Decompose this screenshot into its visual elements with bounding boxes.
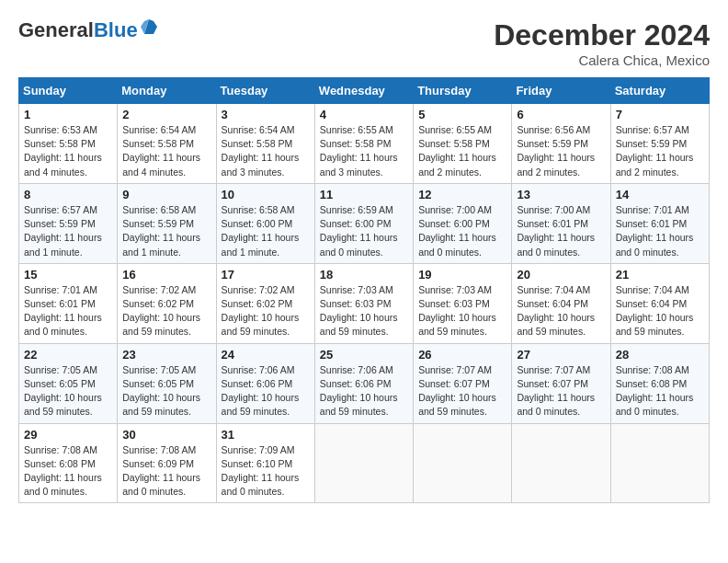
page-header: GeneralBlue December 2024 Calera Chica, … bbox=[18, 18, 710, 68]
location: Calera Chica, Mexico bbox=[494, 52, 710, 68]
calendar-header-row: SundayMondayTuesdayWednesdayThursdayFrid… bbox=[19, 78, 710, 104]
day-number: 2 bbox=[122, 108, 210, 121]
day-number: 30 bbox=[122, 428, 210, 442]
day-info: Sunrise: 7:00 AM Sunset: 6:01 PM Dayligh… bbox=[517, 203, 605, 259]
calendar-day-cell: 27Sunrise: 7:07 AM Sunset: 6:07 PM Dayli… bbox=[512, 343, 610, 423]
calendar-day-cell: 26Sunrise: 7:07 AM Sunset: 6:07 PM Dayli… bbox=[414, 343, 512, 423]
day-info: Sunrise: 7:02 AM Sunset: 6:02 PM Dayligh… bbox=[222, 283, 310, 339]
day-number: 16 bbox=[122, 268, 210, 282]
weekday-header: Monday bbox=[118, 78, 216, 104]
day-number: 13 bbox=[517, 188, 605, 201]
calendar-week-row: 29Sunrise: 7:08 AM Sunset: 6:08 PM Dayli… bbox=[19, 423, 710, 503]
calendar-day-cell: 19Sunrise: 7:03 AM Sunset: 6:03 PM Dayli… bbox=[414, 263, 512, 343]
day-number: 6 bbox=[517, 108, 605, 121]
day-number: 1 bbox=[24, 108, 112, 121]
calendar-day-cell bbox=[610, 423, 709, 503]
calendar-day-cell: 20Sunrise: 7:04 AM Sunset: 6:04 PM Dayli… bbox=[512, 263, 610, 343]
day-info: Sunrise: 6:56 AM Sunset: 5:59 PM Dayligh… bbox=[517, 123, 605, 179]
weekday-header: Wednesday bbox=[314, 78, 413, 104]
calendar-day-cell: 9Sunrise: 6:58 AM Sunset: 5:59 PM Daylig… bbox=[118, 183, 216, 263]
weekday-header: Thursday bbox=[414, 78, 512, 104]
day-info: Sunrise: 7:00 AM Sunset: 6:00 PM Dayligh… bbox=[418, 203, 506, 259]
calendar-day-cell: 5Sunrise: 6:55 AM Sunset: 5:58 PM Daylig… bbox=[414, 104, 512, 184]
day-number: 10 bbox=[222, 188, 310, 201]
calendar-week-row: 22Sunrise: 7:05 AM Sunset: 6:05 PM Dayli… bbox=[19, 343, 710, 423]
calendar-day-cell: 25Sunrise: 7:06 AM Sunset: 6:06 PM Dayli… bbox=[314, 343, 413, 423]
weekday-header: Tuesday bbox=[216, 78, 314, 104]
day-info: Sunrise: 6:58 AM Sunset: 6:00 PM Dayligh… bbox=[222, 203, 310, 259]
day-number: 29 bbox=[24, 428, 112, 442]
logo-icon bbox=[141, 19, 157, 36]
day-number: 28 bbox=[616, 348, 704, 362]
day-number: 12 bbox=[418, 188, 506, 201]
day-number: 20 bbox=[517, 268, 605, 282]
day-number: 18 bbox=[320, 268, 408, 282]
day-info: Sunrise: 7:07 AM Sunset: 6:07 PM Dayligh… bbox=[517, 363, 605, 419]
calendar-day-cell: 4Sunrise: 6:55 AM Sunset: 5:58 PM Daylig… bbox=[314, 104, 413, 184]
day-info: Sunrise: 7:06 AM Sunset: 6:06 PM Dayligh… bbox=[320, 363, 408, 419]
calendar-day-cell: 7Sunrise: 6:57 AM Sunset: 5:59 PM Daylig… bbox=[610, 104, 709, 184]
day-number: 21 bbox=[616, 268, 704, 282]
calendar-week-row: 8Sunrise: 6:57 AM Sunset: 5:59 PM Daylig… bbox=[19, 183, 710, 263]
calendar-day-cell: 23Sunrise: 7:05 AM Sunset: 6:05 PM Dayli… bbox=[118, 343, 216, 423]
calendar-day-cell: 22Sunrise: 7:05 AM Sunset: 6:05 PM Dayli… bbox=[19, 343, 118, 423]
calendar-week-row: 15Sunrise: 7:01 AM Sunset: 6:01 PM Dayli… bbox=[19, 263, 710, 343]
calendar-day-cell: 17Sunrise: 7:02 AM Sunset: 6:02 PM Dayli… bbox=[216, 263, 314, 343]
calendar-day-cell bbox=[512, 423, 610, 503]
calendar-day-cell: 14Sunrise: 7:01 AM Sunset: 6:01 PM Dayli… bbox=[610, 183, 709, 263]
weekday-header: Friday bbox=[512, 78, 610, 104]
day-number: 8 bbox=[24, 188, 112, 201]
day-info: Sunrise: 6:53 AM Sunset: 5:58 PM Dayligh… bbox=[24, 123, 112, 179]
weekday-header: Sunday bbox=[19, 78, 118, 104]
calendar-table: SundayMondayTuesdayWednesdayThursdayFrid… bbox=[18, 77, 710, 503]
calendar-week-row: 1Sunrise: 6:53 AM Sunset: 5:58 PM Daylig… bbox=[19, 104, 710, 184]
day-info: Sunrise: 6:54 AM Sunset: 5:58 PM Dayligh… bbox=[122, 123, 210, 179]
calendar-day-cell: 12Sunrise: 7:00 AM Sunset: 6:00 PM Dayli… bbox=[414, 183, 512, 263]
calendar-day-cell: 28Sunrise: 7:08 AM Sunset: 6:08 PM Dayli… bbox=[610, 343, 709, 423]
day-number: 4 bbox=[320, 108, 408, 121]
calendar-day-cell: 8Sunrise: 6:57 AM Sunset: 5:59 PM Daylig… bbox=[19, 183, 118, 263]
day-number: 7 bbox=[616, 108, 704, 121]
day-info: Sunrise: 7:01 AM Sunset: 6:01 PM Dayligh… bbox=[24, 283, 112, 339]
day-number: 22 bbox=[24, 348, 112, 362]
day-number: 26 bbox=[418, 348, 506, 362]
day-info: Sunrise: 6:57 AM Sunset: 5:59 PM Dayligh… bbox=[24, 203, 112, 259]
day-info: Sunrise: 7:08 AM Sunset: 6:08 PM Dayligh… bbox=[24, 443, 112, 500]
day-number: 9 bbox=[122, 188, 210, 201]
day-number: 11 bbox=[320, 188, 408, 201]
calendar-day-cell: 30Sunrise: 7:08 AM Sunset: 6:09 PM Dayli… bbox=[118, 423, 216, 503]
calendar-day-cell: 6Sunrise: 6:56 AM Sunset: 5:59 PM Daylig… bbox=[512, 104, 610, 184]
day-number: 5 bbox=[418, 108, 506, 121]
calendar-day-cell: 18Sunrise: 7:03 AM Sunset: 6:03 PM Dayli… bbox=[314, 263, 413, 343]
weekday-header: Saturday bbox=[610, 78, 709, 104]
calendar-day-cell: 16Sunrise: 7:02 AM Sunset: 6:02 PM Dayli… bbox=[118, 263, 216, 343]
day-info: Sunrise: 7:04 AM Sunset: 6:04 PM Dayligh… bbox=[517, 283, 605, 339]
day-number: 14 bbox=[616, 188, 704, 201]
logo: GeneralBlue bbox=[18, 18, 157, 42]
day-number: 23 bbox=[122, 348, 210, 362]
day-number: 25 bbox=[320, 348, 408, 362]
calendar-day-cell: 1Sunrise: 6:53 AM Sunset: 5:58 PM Daylig… bbox=[19, 104, 118, 184]
logo-blue-text: Blue bbox=[94, 18, 138, 42]
day-info: Sunrise: 6:54 AM Sunset: 5:58 PM Dayligh… bbox=[222, 123, 310, 179]
day-info: Sunrise: 7:03 AM Sunset: 6:03 PM Dayligh… bbox=[418, 283, 506, 339]
calendar-day-cell bbox=[314, 423, 413, 503]
day-info: Sunrise: 7:01 AM Sunset: 6:01 PM Dayligh… bbox=[616, 203, 704, 259]
day-info: Sunrise: 7:05 AM Sunset: 6:05 PM Dayligh… bbox=[24, 363, 112, 419]
calendar-day-cell: 2Sunrise: 6:54 AM Sunset: 5:58 PM Daylig… bbox=[118, 104, 216, 184]
day-info: Sunrise: 6:59 AM Sunset: 6:00 PM Dayligh… bbox=[320, 203, 408, 259]
day-info: Sunrise: 7:04 AM Sunset: 6:04 PM Dayligh… bbox=[616, 283, 704, 339]
day-info: Sunrise: 6:55 AM Sunset: 5:58 PM Dayligh… bbox=[418, 123, 506, 179]
day-info: Sunrise: 7:03 AM Sunset: 6:03 PM Dayligh… bbox=[320, 283, 408, 339]
day-info: Sunrise: 7:02 AM Sunset: 6:02 PM Dayligh… bbox=[122, 283, 210, 339]
day-info: Sunrise: 7:05 AM Sunset: 6:05 PM Dayligh… bbox=[122, 363, 210, 419]
logo-general-text: General bbox=[18, 18, 94, 42]
day-number: 17 bbox=[222, 268, 310, 282]
calendar-day-cell: 24Sunrise: 7:06 AM Sunset: 6:06 PM Dayli… bbox=[216, 343, 314, 423]
day-number: 3 bbox=[222, 108, 310, 121]
calendar-day-cell: 29Sunrise: 7:08 AM Sunset: 6:08 PM Dayli… bbox=[19, 423, 118, 503]
day-number: 24 bbox=[222, 348, 310, 362]
day-info: Sunrise: 7:07 AM Sunset: 6:07 PM Dayligh… bbox=[418, 363, 506, 419]
day-info: Sunrise: 7:08 AM Sunset: 6:08 PM Dayligh… bbox=[616, 363, 704, 419]
day-info: Sunrise: 6:57 AM Sunset: 5:59 PM Dayligh… bbox=[616, 123, 704, 179]
